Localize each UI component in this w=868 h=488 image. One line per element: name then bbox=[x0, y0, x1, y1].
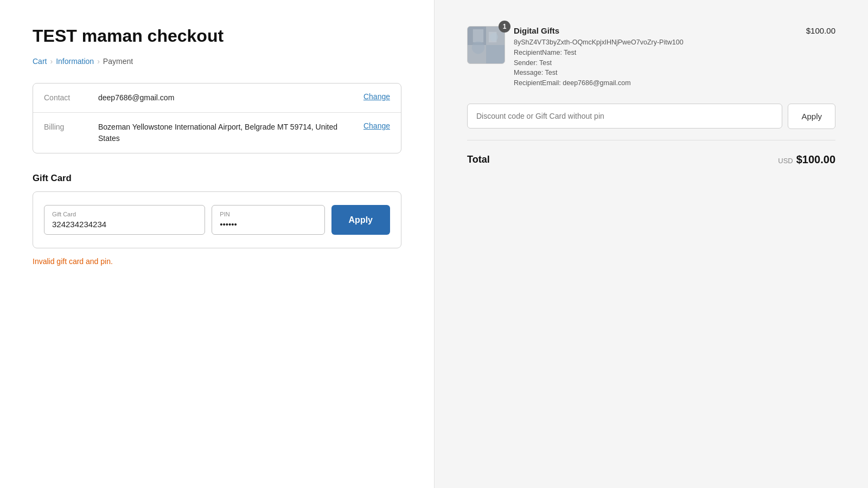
gift-card-section-title: Gift Card bbox=[33, 173, 401, 184]
product-price: $100.00 bbox=[806, 26, 835, 35]
breadcrumb-cart[interactable]: Cart bbox=[33, 57, 47, 66]
product-image-wrapper: 1 bbox=[467, 26, 505, 64]
error-message: Invalid gift card and pin. bbox=[33, 257, 401, 266]
breadcrumb-sep-2: › bbox=[97, 57, 100, 66]
total-currency: USD bbox=[778, 157, 793, 165]
product-desc-line1: 8yShZ4VT3byZxth-OQmcKpjxlHNjPweO7voZry-P… bbox=[514, 37, 797, 48]
total-label: Total bbox=[467, 154, 490, 165]
product-image bbox=[467, 26, 505, 64]
gift-card-container: Gift Card 324234234234 PIN •••••• Apply bbox=[33, 191, 401, 248]
billing-row: Billing Bozeman Yellowstone Internationa… bbox=[33, 112, 401, 153]
contact-label: Contact bbox=[44, 92, 87, 102]
product-name: Digital Gifts bbox=[514, 26, 797, 35]
right-panel: 1 Digital Gifts 8yShZ4VT3byZxth-OQmcKpjx… bbox=[434, 0, 868, 488]
quantity-badge: 1 bbox=[499, 21, 510, 33]
divider bbox=[467, 140, 835, 140]
contact-change-link[interactable]: Change bbox=[363, 92, 390, 101]
total-row: Total USD $100.00 bbox=[467, 149, 835, 170]
gift-card-apply-button[interactable]: Apply bbox=[331, 205, 390, 235]
billing-address: Bozeman Yellowstone International Airpor… bbox=[98, 121, 353, 144]
gift-card-number-value: 324234234234 bbox=[52, 220, 197, 229]
contact-row: Contact deep7686@gmail.com Change bbox=[33, 84, 401, 112]
svg-rect-3 bbox=[473, 29, 483, 42]
product-desc-line2: RecipientName: Test bbox=[514, 48, 797, 58]
discount-input[interactable] bbox=[467, 104, 782, 129]
store-title: TEST maman checkout bbox=[33, 26, 401, 46]
product-desc-line3: Sender: Test bbox=[514, 58, 797, 68]
pin-label: PIN bbox=[220, 211, 316, 217]
discount-apply-button[interactable]: Apply bbox=[788, 104, 835, 129]
pin-field[interactable]: PIN •••••• bbox=[212, 205, 324, 235]
gift-card-fields: Gift Card 324234234234 PIN •••••• Apply bbox=[44, 205, 390, 235]
breadcrumb-payment: Payment bbox=[103, 57, 133, 66]
product-desc-line5: RecipientEmail: deep7686@gmail.com bbox=[514, 78, 797, 88]
total-right: USD $100.00 bbox=[778, 153, 835, 166]
billing-change-link[interactable]: Change bbox=[363, 121, 390, 130]
gift-card-number-label: Gift Card bbox=[52, 211, 197, 217]
breadcrumb-sep-1: › bbox=[50, 57, 53, 66]
product-desc-line4: Message: Test bbox=[514, 68, 797, 78]
gift-card-number-field[interactable]: Gift Card 324234234234 bbox=[44, 205, 205, 235]
breadcrumb-information[interactable]: Information bbox=[56, 57, 94, 66]
contact-email: deep7686@gmail.com bbox=[98, 92, 353, 104]
contact-billing-card: Contact deep7686@gmail.com Change Billin… bbox=[33, 83, 401, 153]
discount-row: Apply bbox=[467, 104, 835, 129]
left-panel: TEST maman checkout Cart › Information ›… bbox=[0, 0, 434, 488]
product-details: Digital Gifts 8yShZ4VT3byZxth-OQmcKpjxlH… bbox=[514, 26, 797, 88]
svg-point-6 bbox=[490, 33, 499, 42]
billing-label: Billing bbox=[44, 121, 87, 131]
svg-point-5 bbox=[472, 41, 484, 54]
breadcrumb: Cart › Information › Payment bbox=[33, 57, 401, 66]
total-amount: $100.00 bbox=[796, 153, 835, 166]
product-row: 1 Digital Gifts 8yShZ4VT3byZxth-OQmcKpjx… bbox=[467, 26, 835, 88]
svg-rect-2 bbox=[486, 45, 505, 63]
pin-value: •••••• bbox=[220, 220, 316, 229]
